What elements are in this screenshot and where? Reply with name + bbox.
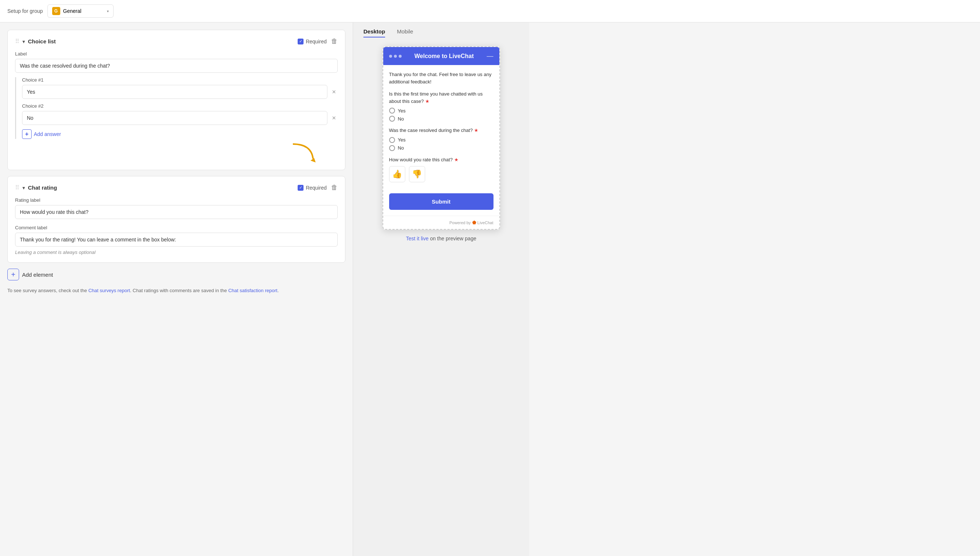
livechat-brand: LiveChat xyxy=(477,220,493,225)
question1-text: Is this the first time you have chatted … xyxy=(389,91,494,105)
test-live-row: Test it live on the preview page xyxy=(406,236,476,241)
choice-list-title: Choice list xyxy=(28,38,56,44)
card-header-left: ⠿ ▾ Choice list xyxy=(15,38,56,45)
chat-widget: Welcome to LiveChat — Thank you for the … xyxy=(383,46,500,230)
chat-header: Welcome to LiveChat — xyxy=(383,47,499,65)
choice-list-label-input[interactable] xyxy=(15,59,338,73)
choice2-label: Choice #2 xyxy=(22,103,338,109)
chat-surveys-report-link[interactable]: Chat surveys report xyxy=(88,288,130,293)
test-live-text: on the preview page xyxy=(430,236,476,241)
label-field-label: Label xyxy=(15,51,338,57)
powered-by-text: Powered by xyxy=(449,220,471,225)
drag-handle-rating-icon[interactable]: ⠿ xyxy=(15,184,19,191)
chat-satisfaction-report-link[interactable]: Chat satisfaction report xyxy=(228,288,278,293)
arrow-annotation xyxy=(15,141,318,162)
comment-label-field-label: Comment label xyxy=(15,225,338,230)
required-star2: ★ xyxy=(474,128,478,133)
dot2 xyxy=(394,55,397,58)
setup-label: Setup for group xyxy=(7,8,43,14)
add-element-plus-icon: + xyxy=(7,268,19,280)
chat-rating-required-label: Required xyxy=(306,185,327,191)
thumbs-down-button[interactable]: 👎 xyxy=(409,166,425,182)
tab-mobile[interactable]: Mobile xyxy=(397,28,413,37)
livechat-logo: ⬟ LiveChat xyxy=(472,220,493,225)
choice1-row: ✕ xyxy=(22,85,338,99)
group-selector[interactable]: G General ▾ xyxy=(47,5,113,18)
chat-header-title: Welcome to LiveChat xyxy=(415,53,474,60)
group-avatar: G xyxy=(52,7,60,15)
drag-handle-icon[interactable]: ⠿ xyxy=(15,38,19,45)
submit-button[interactable]: Submit xyxy=(389,193,494,210)
question3-text: How would you rate this chat? ★ xyxy=(389,156,494,163)
chat-rating-card: ⠿ ▾ Chat rating Required 🗑 Rating label … xyxy=(7,176,346,263)
chat-minimize-icon[interactable]: — xyxy=(486,52,493,60)
footer-text2: . Chat ratings with comments are saved i… xyxy=(130,288,228,293)
choice1-label: Choice #1 xyxy=(22,77,338,83)
radio-circle-icon xyxy=(389,108,395,113)
collapse-rating-icon[interactable]: ▾ xyxy=(23,185,25,191)
dot1 xyxy=(389,55,392,58)
required-star3: ★ xyxy=(454,157,459,162)
radio-circle-icon xyxy=(389,116,395,122)
question2-option-no[interactable]: No xyxy=(389,145,494,151)
question3-section: How would you rate this chat? ★ 👍 👎 xyxy=(389,156,494,183)
radio-circle-icon xyxy=(389,137,395,143)
footer-text: To see survey answers, check out the Cha… xyxy=(7,288,346,293)
required-label: Required xyxy=(306,39,327,44)
add-element-row[interactable]: + Add element xyxy=(7,268,346,280)
delete-choice-list-button[interactable]: 🗑 xyxy=(331,37,338,45)
dot3 xyxy=(399,55,402,58)
q2-yes-label: Yes xyxy=(398,137,406,142)
choice1-clear-icon[interactable]: ✕ xyxy=(330,87,338,96)
footer-text1: To see survey answers, check out the xyxy=(7,288,88,293)
choice-list-card-header: ⠿ ▾ Choice list Required 🗑 xyxy=(15,37,338,45)
chat-rating-header-right: Required 🗑 xyxy=(298,184,338,191)
q2-no-label: No xyxy=(398,145,404,151)
choice2-input[interactable] xyxy=(22,111,328,125)
rating-label-input[interactable] xyxy=(15,205,338,219)
question2-section: Was the case resolved during the chat? ★… xyxy=(389,127,494,151)
test-live-link[interactable]: Test it live xyxy=(406,236,428,241)
chevron-down-icon: ▾ xyxy=(107,9,109,13)
chat-body: Thank you for the chat. Feel free to lea… xyxy=(383,65,499,216)
tab-desktop[interactable]: Desktop xyxy=(363,28,385,37)
chat-rating-required-check[interactable]: Required xyxy=(298,185,327,191)
chat-rating-title: Chat rating xyxy=(28,184,57,191)
chat-rating-card-header: ⠿ ▾ Chat rating Required 🗑 xyxy=(15,184,338,191)
choice2-clear-icon[interactable]: ✕ xyxy=(330,113,338,122)
radio-circle-icon xyxy=(389,145,395,151)
livechat-icon: ⬟ xyxy=(472,220,476,225)
comment-static-text: Leaving a comment is always optional xyxy=(15,249,338,255)
editor-panel: ⠿ ▾ Choice list Required 🗑 Label Choice … xyxy=(0,23,353,556)
add-plus-icon: + xyxy=(22,129,32,139)
top-bar: Setup for group G General ▾ xyxy=(0,0,980,23)
delete-chat-rating-button[interactable]: 🗑 xyxy=(331,184,338,191)
chat-footer: Powered by ⬟ LiveChat xyxy=(383,216,499,229)
add-answer-button[interactable]: + Add answer xyxy=(22,129,338,139)
collapse-icon[interactable]: ▾ xyxy=(23,39,25,44)
preview-panel: Desktop Mobile Welcome to LiveChat — Tha… xyxy=(353,23,529,556)
group-name: General xyxy=(63,8,104,14)
q1-no-label: No xyxy=(398,116,404,122)
choice-group: Choice #1 ✕ Choice #2 ✕ + Add answer xyxy=(15,77,338,139)
required-checkbox[interactable] xyxy=(298,39,304,44)
required-check[interactable]: Required xyxy=(298,39,327,44)
question2-option-yes[interactable]: Yes xyxy=(389,137,494,143)
preview-tabs: Desktop Mobile xyxy=(359,28,413,37)
chat-rating-header-left: ⠿ ▾ Chat rating xyxy=(15,184,57,191)
chat-rating-required-checkbox[interactable] xyxy=(298,185,304,191)
choice2-row: ✕ xyxy=(22,111,338,125)
comment-label-input[interactable] xyxy=(15,233,338,247)
choice-list-card: ⠿ ▾ Choice list Required 🗑 Label Choice … xyxy=(7,30,346,170)
chat-header-dots xyxy=(389,55,402,58)
question1-option-no[interactable]: No xyxy=(389,116,494,122)
required-star1: ★ xyxy=(425,99,429,104)
thumbs-up-button[interactable]: 👍 xyxy=(389,166,405,182)
choice1-input[interactable] xyxy=(22,85,328,99)
rating-label-field-label: Rating label xyxy=(15,197,338,203)
add-element-label: Add element xyxy=(22,272,53,278)
add-answer-label: Add answer xyxy=(34,131,61,137)
footer-text3: . xyxy=(278,288,279,293)
question2-text: Was the case resolved during the chat? ★ xyxy=(389,127,494,134)
question1-option-yes[interactable]: Yes xyxy=(389,108,494,113)
